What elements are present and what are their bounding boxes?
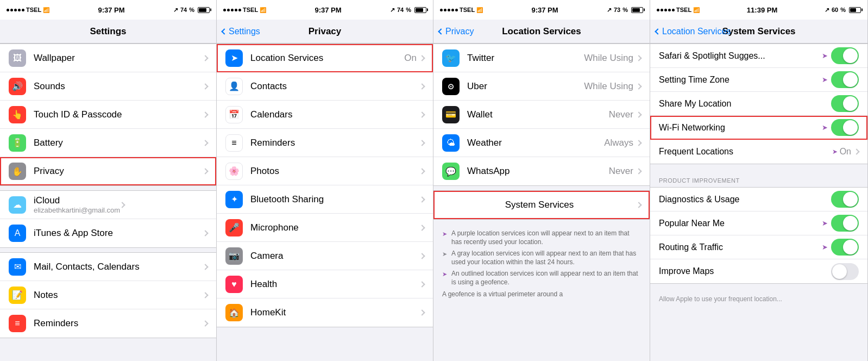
list-item[interactable]: Wi-Fi Networking ➤	[650, 116, 867, 140]
footer-text: Allow Apple to use your frequent locatio…	[659, 295, 782, 303]
bluetooth-label: Bluetooth Sharing	[250, 194, 420, 205]
list-item[interactable]: 📝 Notes	[0, 281, 216, 309]
dot	[668, 9, 671, 11]
frequent-label: Frequent Locations	[659, 147, 832, 157]
list-item[interactable]: 🔋 Battery	[0, 129, 216, 157]
wallet-label: Wallet	[467, 109, 609, 120]
diagnostics-toggle[interactable]	[831, 191, 859, 208]
location-label: Location Services	[250, 53, 404, 64]
legend-item: ➤ A purple location services icon will a…	[442, 229, 641, 246]
list-item[interactable]: Improve Maps	[650, 259, 867, 283]
list-item[interactable]: A iTunes & App Store	[0, 219, 216, 247]
back-button-2[interactable]: Settings	[222, 27, 260, 36]
list-item[interactable]: Routing & Traffic ➤	[650, 235, 867, 259]
list-item[interactable]: 🔊 Sounds	[0, 72, 216, 101]
improve-maps-toggle[interactable]	[831, 263, 859, 280]
settings-content-1: 🖼 Wallpaper 🔊 Sounds 👆 Touch ID & Passco…	[0, 43, 216, 361]
dot	[455, 9, 458, 11]
list-item[interactable]: Share My Location	[650, 92, 867, 116]
list-item[interactable]: 👤 Contacts	[217, 72, 433, 101]
gray-arrow-icon: ➤	[442, 250, 447, 258]
list-item[interactable]: ⊙ Uber While Using	[433, 72, 650, 101]
weather-label: Weather	[467, 138, 604, 148]
status-bar-1: TSEL 📶 9:37 PM ↗ 74%	[0, 0, 216, 20]
reminders-label: Reminders	[34, 318, 203, 329]
list-item[interactable]: 🌤 Weather Always	[433, 129, 650, 157]
wifi-icon-4: 📶	[693, 7, 700, 13]
list-item[interactable]: 🎤 Microphone	[217, 214, 433, 242]
homekit-label: HomeKit	[250, 307, 420, 318]
list-item[interactable]: 👆 Touch ID & Passcode	[0, 101, 216, 129]
timezone-toggle[interactable]	[831, 71, 859, 88]
list-item[interactable]: 🏠 HomeKit	[217, 298, 433, 327]
nav-bar-2: Settings Privacy	[217, 20, 433, 43]
nav-bar-3: Privacy Location Services	[433, 20, 650, 43]
popular-toggle[interactable]	[831, 215, 859, 232]
back-label-3: Privacy	[445, 27, 474, 36]
chevron-icon	[636, 140, 641, 146]
notes-label: Notes	[34, 290, 203, 301]
chevron-left-icon	[438, 28, 444, 34]
chevron-icon	[419, 83, 425, 89]
chevron-icon	[419, 225, 425, 231]
location-icon: ➤	[225, 49, 243, 67]
contacts-label: Contacts	[250, 81, 420, 92]
list-item[interactable]: 🖼 Wallpaper	[0, 44, 216, 72]
back-button-4[interactable]: Location Services	[656, 27, 731, 36]
share-location-label: Share My Location	[659, 99, 831, 109]
whatsapp-value: Never	[609, 166, 633, 177]
battery-fill-2	[416, 8, 423, 12]
chevron-icon	[419, 168, 425, 174]
share-location-toggle[interactable]	[831, 95, 859, 112]
sounds-icon: 🔊	[9, 78, 26, 95]
list-item[interactable]: ♥ Health	[217, 270, 433, 298]
system-services-section: System Services	[433, 190, 650, 220]
mail-icon: ✉	[9, 258, 26, 276]
list-item[interactable]: 📅 Calendars	[217, 101, 433, 129]
chevron-icon	[419, 55, 425, 61]
health-icon: ♥	[225, 276, 243, 293]
battery-pct-2: 74	[397, 7, 404, 13]
page-title-4: System Services	[722, 26, 795, 37]
list-item[interactable]: 🐦 Twitter While Using	[433, 44, 650, 72]
dot	[231, 9, 234, 11]
list-item[interactable]: ✋ Privacy	[0, 157, 216, 185]
chevron-icon	[636, 168, 641, 174]
list-item[interactable]: ✉ Mail, Contacts, Calendars	[0, 253, 216, 281]
wallpaper-label: Wallpaper	[34, 53, 203, 64]
list-item[interactable]: Popular Near Me ➤	[650, 211, 867, 235]
legend-text-4: A geofence is a virtual perimeter around…	[442, 290, 563, 299]
mail-label: Mail, Contacts, Calendars	[34, 262, 203, 272]
chevron-icon	[202, 168, 208, 174]
signal-3	[440, 9, 458, 11]
list-item[interactable]: Safari & Spotlight Sugges... ➤	[650, 44, 867, 68]
privacy-label: Privacy	[34, 166, 203, 177]
list-item[interactable]: Frequent Locations ➤ On	[650, 140, 867, 164]
back-button-3[interactable]: Privacy	[439, 27, 474, 36]
list-item[interactable]: ➤ Location Services On	[217, 44, 433, 72]
list-item[interactable]: 📷 Camera	[217, 242, 433, 270]
wifi-networking-toggle[interactable]	[831, 119, 859, 136]
list-item[interactable]: 🌸 Photos	[217, 157, 433, 185]
list-item[interactable]: 💬 WhatsApp Never	[433, 157, 650, 185]
list-item[interactable]: 💳 Wallet Never	[433, 101, 650, 129]
safari-loc-icon: ➤	[822, 52, 828, 60]
battery-icon-row: 🔋	[9, 134, 26, 152]
list-item[interactable]: ≡ Reminders	[217, 129, 433, 157]
routing-toggle[interactable]	[831, 239, 859, 256]
list-item[interactable]: ☁ iCloud elizabethkartini@gmail.com	[0, 191, 216, 219]
chevron-icon	[202, 140, 208, 146]
list-item[interactable]: ✦ Bluetooth Sharing	[217, 185, 433, 214]
safari-toggle[interactable]	[831, 47, 859, 64]
whatsapp-label: WhatsApp	[467, 166, 609, 177]
photos-label: Photos	[250, 166, 420, 177]
list-item[interactable]: Diagnostics & Usage	[650, 188, 867, 211]
dot	[7, 9, 9, 11]
system-services-button[interactable]: System Services	[433, 191, 650, 219]
list-item[interactable]: ≡ Reminders	[0, 309, 216, 338]
settings-content-3: 🐦 Twitter While Using ⊙ Uber While Using…	[433, 43, 650, 361]
battery-fill-3	[632, 8, 640, 12]
bluetooth-icon: ✦	[225, 191, 243, 208]
time-2: 9:37 PM	[315, 6, 341, 14]
list-item[interactable]: Setting Time Zone ➤	[650, 68, 867, 92]
